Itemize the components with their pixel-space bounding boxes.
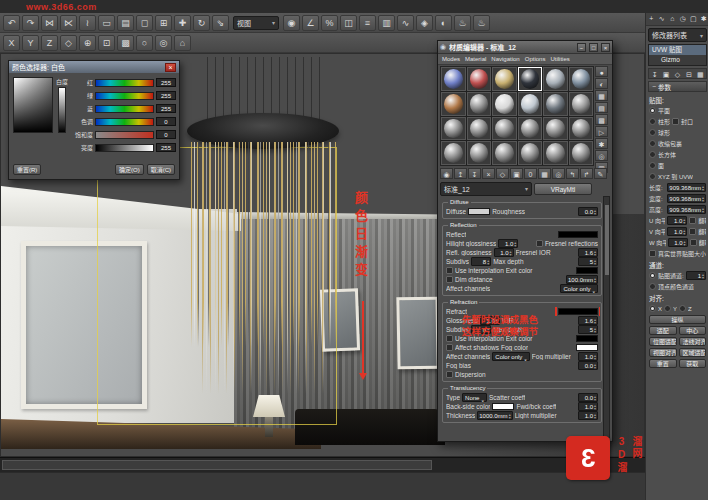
scrollbar-thumb[interactable] <box>605 205 609 275</box>
material-sample-slot[interactable] <box>441 67 466 91</box>
material-sample-slot[interactable] <box>518 92 543 116</box>
render-setup-icon[interactable]: ♨ <box>454 15 471 31</box>
value-field[interactable]: 255 <box>156 143 176 152</box>
redo-icon[interactable]: ↷ <box>22 15 39 31</box>
select-by-name-icon[interactable]: ▤ <box>117 15 134 31</box>
show-end-result-icon[interactable]: ◎ <box>552 168 565 179</box>
checkbox[interactable] <box>446 276 453 283</box>
rectangular-selection-region-icon[interactable]: ◻ <box>136 15 153 31</box>
align-icon[interactable]: ≡ <box>359 15 376 31</box>
value-field[interactable]: 0 <box>156 117 176 126</box>
spinner-arrows-icon[interactable] <box>594 209 596 215</box>
material-type-button[interactable]: VRayMtl <box>534 183 592 195</box>
menu-material[interactable]: Material <box>465 56 486 62</box>
spinner-arrows-icon[interactable] <box>702 185 704 191</box>
backside-color-swatch[interactable] <box>492 403 514 410</box>
video-color-check-icon[interactable]: ▩ <box>595 114 608 125</box>
modifier-stack-item[interactable]: UVW 贴图 <box>649 45 706 55</box>
reflect-color-swatch[interactable] <box>558 231 598 238</box>
time-slider[interactable] <box>2 460 432 470</box>
background-icon[interactable]: ▦ <box>595 90 608 101</box>
spinner[interactable]: 100.0mm <box>566 275 598 284</box>
tab-modify-icon[interactable]: ∿ <box>657 13 666 24</box>
material-sample-slot[interactable] <box>492 67 517 91</box>
spinner[interactable]: 0.0 <box>578 207 598 216</box>
minimize-icon[interactable] <box>577 43 586 52</box>
pin-stack-icon[interactable]: ↧ <box>650 69 659 80</box>
value-field[interactable]: 0 <box>156 130 176 139</box>
spinner-arrows-icon[interactable] <box>683 229 685 235</box>
color-gradient-square[interactable] <box>13 77 53 133</box>
spinner[interactable]: 909.368mm <box>667 183 706 192</box>
select-and-link-icon[interactable]: ⋈ <box>41 15 58 31</box>
radio[interactable] <box>649 283 656 290</box>
button[interactable]: 法线对齐 <box>679 337 707 346</box>
material-sample-slot[interactable] <box>518 117 543 141</box>
assign-material-to-selection-icon[interactable]: ↧ <box>468 168 481 179</box>
spinner-arrows-icon[interactable] <box>594 395 596 401</box>
color-slider[interactable] <box>95 131 154 139</box>
remove-modifier-icon[interactable]: ⊟ <box>684 69 693 80</box>
whiteness-slider[interactable] <box>58 87 66 133</box>
checkbox[interactable] <box>536 240 543 247</box>
select-by-material-icon[interactable]: ◎ <box>595 150 608 161</box>
restrict-y-axis-icon[interactable]: Y <box>22 35 39 51</box>
spinner-arrows-icon[interactable] <box>702 196 704 202</box>
material-sample-slot[interactable] <box>467 117 492 141</box>
checkbox[interactable] <box>649 250 656 257</box>
snap-2d-icon[interactable]: ⊕ <box>79 35 96 51</box>
spinner-arrows-icon[interactable] <box>594 363 596 369</box>
button[interactable]: 视图对齐 <box>649 348 677 357</box>
spinner-arrows-icon[interactable] <box>702 273 704 279</box>
make-material-copy-icon[interactable]: ◇ <box>496 168 509 179</box>
color-slider[interactable] <box>95 79 154 87</box>
spinner-arrows-icon[interactable] <box>702 207 704 213</box>
options-icon[interactable]: ✱ <box>595 138 608 149</box>
select-object-icon[interactable]: ▭ <box>98 15 115 31</box>
restrict-z-axis-icon[interactable]: Z <box>41 35 58 51</box>
snaps-toggle-icon[interactable]: ∠ <box>302 15 319 31</box>
refract-color-swatch[interactable] <box>558 308 598 315</box>
radio[interactable] <box>649 162 656 169</box>
material-sample-slot[interactable] <box>543 67 568 91</box>
restrict-plane-icon[interactable]: ◇ <box>60 35 77 51</box>
menu-options[interactable]: Options <box>525 56 546 62</box>
schematic-view-icon[interactable]: ◈ <box>416 15 433 31</box>
spinner[interactable]: 1.0 <box>668 238 688 247</box>
modifier-list-dropdown[interactable]: 修改器列表 <box>648 28 707 42</box>
get-material-icon[interactable]: ◉ <box>440 168 453 179</box>
button[interactable]: 适配 <box>649 326 677 335</box>
tab-hierarchy-icon[interactable]: ⌂ <box>668 13 677 24</box>
center-view-icon[interactable]: ◎ <box>155 35 172 51</box>
spinner[interactable]: 1000.0mm <box>477 411 512 420</box>
material-sample-slot[interactable] <box>543 92 568 116</box>
spinner-arrows-icon[interactable] <box>514 241 516 247</box>
backlight-icon[interactable]: ◐ <box>595 78 608 89</box>
percent-snap-toggle-icon[interactable]: % <box>321 15 338 31</box>
spinner[interactable]: 0.0 <box>578 361 598 370</box>
checkbox[interactable] <box>446 371 453 378</box>
spinner[interactable]: 909.368mm <box>667 205 706 214</box>
refraction-exit-color-swatch[interactable] <box>576 335 598 342</box>
layer-manager-icon[interactable]: ▥ <box>378 15 395 31</box>
mirror-icon[interactable]: ◫ <box>340 15 357 31</box>
spinner[interactable]: 1.6 <box>578 316 598 325</box>
spinner[interactable]: 5 <box>578 325 598 334</box>
undo-icon[interactable]: ↶ <box>3 15 20 31</box>
maximize-icon[interactable] <box>589 43 598 52</box>
spinner[interactable]: 1 <box>686 271 706 280</box>
bind-to-space-warp-icon[interactable]: ≀ <box>79 15 96 31</box>
material-sample-slot[interactable] <box>543 117 568 141</box>
spinner[interactable]: 0.0 <box>578 393 598 402</box>
spinner[interactable]: 1.6 <box>578 248 598 257</box>
checkbox[interactable] <box>672 118 679 125</box>
sample-type-icon[interactable]: ● <box>595 66 608 77</box>
spinner[interactable]: 1.0 <box>578 402 598 411</box>
radio[interactable] <box>649 272 656 279</box>
button[interactable]: 操纵 <box>649 315 706 324</box>
checkbox[interactable] <box>446 335 453 342</box>
material-sample-slot[interactable] <box>569 67 594 91</box>
window-crossing-toggle-icon[interactable]: ⊞ <box>155 15 172 31</box>
spinner-arrows-icon[interactable] <box>594 327 596 333</box>
menu-modes[interactable]: Modes <box>442 56 460 62</box>
